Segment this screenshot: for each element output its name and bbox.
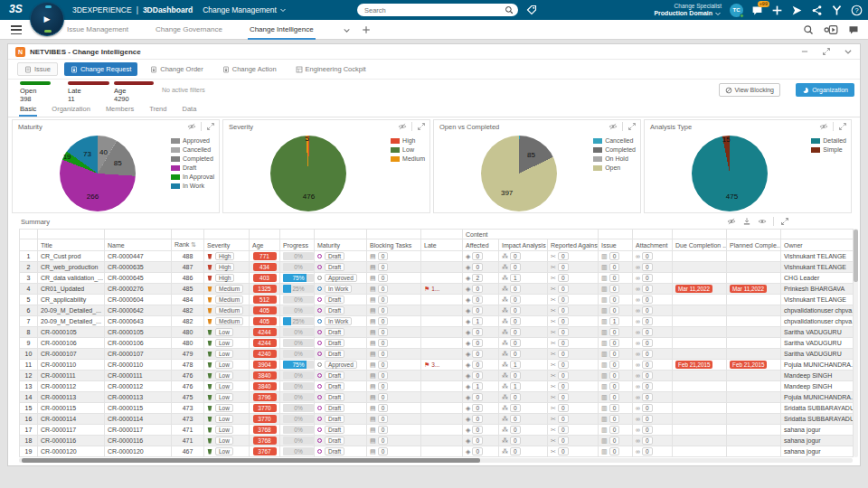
table-row[interactable]: 9CR-0000106CR-0000106480Low42440%Draft▤0… (20, 338, 854, 349)
table-row[interactable]: 4CR01_UpdatedCR-0000276485Medium132525%I… (20, 284, 854, 295)
table-row[interactable]: 11CR-0000110CR-0000110478Low390475%Appro… (20, 360, 854, 371)
global-search[interactable] (357, 4, 518, 16)
subtab-organization[interactable]: Organization (51, 102, 91, 117)
legend-item[interactable]: Detailed (811, 136, 846, 145)
legend-item[interactable]: Completed (171, 155, 214, 163)
expand-chart-icon[interactable] (838, 122, 847, 131)
minimize-widget-icon[interactable] (800, 47, 809, 56)
search-input[interactable] (357, 6, 505, 14)
legend-item[interactable]: Simple (811, 145, 846, 154)
column-header-rank[interactable]: Rank ⇅ (172, 239, 204, 251)
column-header-late[interactable]: Late (421, 239, 463, 251)
add-tab-button[interactable] (362, 25, 371, 34)
expand-chart-icon[interactable] (206, 122, 215, 131)
column-header-affected[interactable]: Affected (463, 239, 499, 251)
hide-chart-icon[interactable] (819, 122, 828, 131)
kpi-open[interactable]: Open398 (20, 81, 51, 103)
export-icon[interactable] (742, 217, 751, 226)
table-row[interactable]: 15CR-0000115CR-0000115473Low37700%Draft▤… (20, 403, 854, 414)
pie-chart[interactable]: 4765 (270, 136, 346, 211)
tab-change-governance[interactable]: Change Governance (154, 20, 224, 40)
type-tab-engineering-cockpit[interactable]: Engineering Cockpit (289, 62, 373, 76)
user-context[interactable]: Change Specialist Production Domain (654, 3, 722, 17)
table-row[interactable]: 3CR_data validation_...CR-0000645486High… (20, 273, 854, 284)
tab-issue-management[interactable]: Issue Management (65, 20, 130, 40)
column-header-issue[interactable]: Issue (599, 239, 633, 251)
type-tab-issue[interactable]: Issue (17, 62, 58, 76)
hide-chart-icon[interactable] (187, 122, 196, 131)
kpi-age[interactable]: Age4290 (114, 81, 154, 103)
show-columns-icon[interactable] (758, 217, 767, 226)
subtab-trend[interactable]: Trend (148, 102, 167, 117)
legend-item[interactable]: Draft (171, 164, 214, 172)
table-row[interactable]: 1CR_Cust prodCR-0000447488High7710%Draft… (20, 251, 854, 262)
table-row[interactable]: 19CR-0000120CR-0000120467Low37670%Draft▤… (20, 446, 854, 457)
subtab-data[interactable]: Data (181, 102, 197, 117)
legend-item[interactable]: Cancelled (171, 145, 214, 154)
pie-chart[interactable]: 85397 (481, 136, 557, 211)
column-header-name[interactable]: Name (105, 239, 172, 251)
view-blocking-button[interactable]: View Blocking (719, 83, 780, 97)
search-dashboard-icon[interactable] (803, 24, 814, 35)
legend-item[interactable]: In Work (171, 182, 214, 190)
column-header-blocking[interactable]: Blocking Tasks (367, 239, 421, 251)
legend-item[interactable]: On Hold (593, 155, 636, 163)
table-row[interactable]: 17CR-0000117CR-0000117471Low37680%Draft▤… (20, 425, 854, 436)
avatar[interactable]: TC (730, 4, 743, 17)
column-header-title[interactable]: Title (38, 239, 105, 251)
help-button[interactable]: ? (851, 5, 863, 16)
3dexperience-compass-icon[interactable]: ▶ (30, 2, 64, 36)
legend-item[interactable]: High (391, 136, 425, 145)
maximize-widget-icon[interactable] (822, 47, 831, 56)
column-header-owner[interactable]: Owner (781, 239, 854, 251)
column-header-severity[interactable]: Severity (204, 239, 250, 251)
table-row[interactable]: 2CR_web_productionCR-0000635487High4340%… (20, 262, 854, 273)
legend-item[interactable]: Medium (391, 155, 425, 163)
table-row[interactable]: 18CR-0000116CR-0000116471Low37680%Draft▤… (20, 436, 854, 446)
type-tab-change-request[interactable]: Change Request (64, 62, 137, 76)
column-header-maturity[interactable]: Maturity (315, 239, 367, 251)
media-player-icon[interactable] (824, 24, 838, 35)
3dswym-button[interactable] (831, 5, 843, 16)
column-header-age[interactable]: Age (250, 239, 280, 251)
tag-icon[interactable] (526, 5, 537, 15)
subtab-members[interactable]: Members (105, 102, 135, 117)
hamburger-menu-icon[interactable] (11, 25, 22, 34)
kpi-late[interactable]: Late11 (68, 81, 109, 103)
organization-button[interactable]: Organization (796, 83, 854, 97)
hide-chart-icon[interactable] (609, 122, 618, 131)
share-nodes-button[interactable] (811, 5, 823, 16)
table-row[interactable]: 8CR-0000105CR-0000105480Low42440%Draft▤0… (20, 327, 854, 338)
table-row[interactable]: 620-09_M_Detailed_...CR-0000642482Medium… (20, 305, 854, 316)
column-header-impact[interactable]: Impact Analysis (499, 239, 548, 251)
expand-chart-icon[interactable] (627, 122, 637, 131)
expand-table-icon[interactable] (780, 217, 789, 226)
column-header-planned[interactable]: Planned Comple... (727, 239, 781, 251)
column-header-idx[interactable] (20, 239, 38, 251)
pie-chart[interactable]: 40852661973 (60, 136, 136, 211)
table-vertical-scrollbar[interactable] (854, 229, 858, 457)
table-row[interactable]: 13CR-0000112CR-0000112476Low38400%Draft▤… (20, 381, 854, 392)
tab-list-chevron-icon[interactable] (343, 26, 351, 34)
hide-chart-icon[interactable] (398, 122, 407, 131)
legend-item[interactable]: Open (593, 164, 636, 172)
dashboard-menu[interactable]: Change Management (203, 5, 287, 14)
table-row[interactable]: 5CR_applicabilityCR-0000604484Medium5120… (20, 295, 854, 305)
add-content-button[interactable] (771, 5, 783, 16)
type-tab-change-order[interactable]: Change Order (144, 62, 210, 76)
feedback-icon[interactable] (848, 24, 859, 35)
table-row[interactable]: 720-09_M_Detailed_...CR-0000643482Medium… (20, 316, 854, 327)
table-horizontal-scrollbar[interactable] (19, 458, 853, 463)
table-row[interactable]: 12CR-0000111CR-0000111476Low38400%Draft▤… (20, 371, 854, 381)
legend-item[interactable]: In Approval (171, 173, 214, 181)
legend-item[interactable]: Cancelled (593, 136, 636, 145)
sort-icon[interactable]: ⇅ (189, 241, 196, 248)
table-row[interactable]: 16CR-0000114CR-0000114473Low37700%Draft▤… (20, 414, 854, 425)
widget-menu-chevron-icon[interactable] (844, 47, 853, 56)
hide-columns-icon[interactable] (727, 217, 736, 226)
column-header-progress[interactable]: Progress (280, 239, 315, 251)
expand-chart-icon[interactable] (417, 122, 426, 131)
tab-change-intelligence[interactable]: Change Intelligence (248, 20, 316, 40)
search-icon[interactable] (505, 5, 514, 14)
column-header-due[interactable]: Due Completion ... (673, 239, 727, 251)
